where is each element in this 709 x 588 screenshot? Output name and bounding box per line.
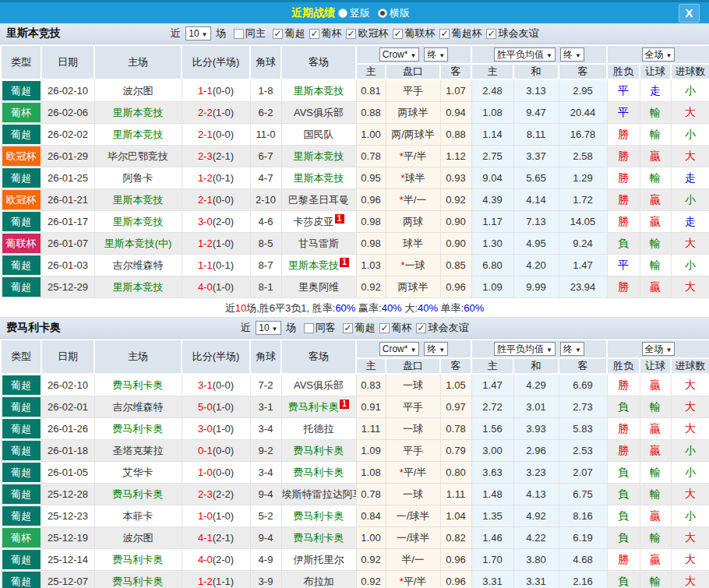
full-time-score: 2-1 — [198, 194, 213, 206]
full-time-score: 3-0 — [198, 216, 213, 227]
corner-cell: 6-2 — [250, 102, 281, 124]
league-filter-label: 欧冠杯 — [358, 26, 388, 40]
home-odds-cell: 0.92 — [356, 571, 386, 588]
scope-select[interactable]: 全场▼ — [642, 48, 675, 62]
league-filter-1-2[interactable]: 球会友谊 — [416, 321, 468, 335]
match-count-select[interactable]: 10▼ — [185, 26, 210, 40]
avg-draw-cell: 3.01 — [513, 396, 559, 418]
home-team: 费马利卡奥 — [113, 423, 164, 435]
avg-draw-cell: 3.23 — [513, 462, 559, 484]
score-cell: 1-2(1-0) — [182, 233, 250, 255]
full-time-score: 2-3 — [198, 150, 213, 162]
home-team: 里斯本竞技 — [113, 216, 164, 227]
home-team: 费马利卡奥 — [113, 576, 164, 587]
home-team-cell: 吉尔维森特 — [94, 255, 182, 276]
date-cell: 25-12-29 — [41, 276, 94, 298]
away-odds-cell: 1.04 — [440, 505, 471, 527]
date-cell: 26-02-10 — [41, 374, 94, 396]
score-cell: 1-0(0-0) — [182, 462, 250, 484]
date-cell: 26-01-21 — [41, 189, 94, 211]
chevron-down-icon: ▼ — [546, 347, 552, 354]
odds-source-select[interactable]: Crow*▼ — [379, 342, 420, 356]
same-venue-filter[interactable]: 同客 — [304, 321, 336, 335]
asian-result-cell: 贏 — [640, 146, 671, 167]
same-venue-filter[interactable]: 同主 — [234, 26, 266, 40]
date-cell: 26-01-07 — [41, 233, 94, 255]
score-cell: 3-0(1-0) — [182, 418, 250, 440]
odds-final-select[interactable]: 终▼ — [424, 342, 448, 356]
note-badge: 1 — [335, 214, 344, 224]
away-odds-cell: 0.90 — [440, 233, 471, 255]
corner-cell: 3-9 — [250, 571, 281, 588]
checkbox-checked-icon[interactable] — [343, 323, 353, 333]
goals-result-cell: 小 — [671, 462, 709, 484]
corner-cell: 4-9 — [250, 549, 281, 571]
checkbox-checked-icon[interactable] — [486, 29, 496, 39]
close-button[interactable]: X — [679, 4, 700, 23]
scope-select[interactable]: 全场▼ — [642, 342, 675, 356]
checkbox-checked-icon[interactable] — [416, 323, 426, 333]
odds-final-select[interactable]: 终▼ — [424, 48, 448, 62]
radio-unselected-icon[interactable] — [338, 9, 347, 18]
league-filter-0-2[interactable]: 欧冠杯 — [346, 26, 388, 40]
league-filter-0-1[interactable]: 葡杯 — [309, 26, 341, 40]
matches-body: 葡超 26-02-10 波尔图 1-1(0-0) 1-8 里斯本竞技 0.81 … — [1, 79, 709, 298]
avg-final-select[interactable]: 终▼ — [560, 342, 584, 356]
away-team-cell: 里斯本竞技1 — [281, 255, 356, 276]
avg-home-cell: 1.47 — [471, 374, 513, 396]
league-filter-1-1[interactable]: 葡杯 — [379, 321, 411, 335]
avg-type-select[interactable]: 胜平负均值▼ — [494, 48, 556, 62]
match-row: 葡超 26-02-02 里斯本竞技 2-1(0-0) 11-0 国民队 1.00… — [1, 124, 709, 146]
away-team: 费马利卡奥 — [294, 532, 344, 544]
score-cell: 1-1(0-0) — [182, 79, 250, 102]
corner-cell: 9-2 — [250, 440, 281, 462]
goals-result-cell: 大 — [671, 484, 709, 505]
away-team-cell: 费马利卡奥1 — [281, 396, 356, 418]
half-time-score: (0-0) — [213, 445, 234, 456]
layout-horizontal-option[interactable]: 横版 — [378, 6, 410, 20]
goals-result-cell: 小 — [671, 189, 709, 211]
score-cell: 2-1(0-0) — [182, 124, 250, 146]
away-team: 费马利卡奥 — [294, 510, 344, 522]
score-cell: 4-0(1-0) — [182, 276, 250, 298]
titlebar: 近期战绩 竖版 横版 X — [0, 0, 709, 23]
home-team-cell: 费马利卡奥 — [94, 484, 182, 505]
checkbox-checked-icon[interactable] — [439, 29, 450, 39]
corner-cell: 7-2 — [250, 374, 281, 396]
league-filter-0-5[interactable]: 球会友谊 — [486, 26, 538, 40]
avg-final-select[interactable]: 终▼ — [560, 48, 584, 62]
away-team-cell: 里斯本竞技 — [281, 79, 356, 102]
checkbox-unchecked-icon[interactable] — [234, 29, 244, 39]
league-filter-0-0[interactable]: 葡超 — [273, 26, 305, 40]
league-filter-1-0[interactable]: 葡超 — [343, 321, 375, 335]
league-type-cell: 葡超 — [1, 211, 41, 233]
league-filter-0-3[interactable]: 葡联杯 — [393, 26, 435, 40]
checkbox-checked-icon[interactable] — [273, 29, 283, 39]
home-team: 吉尔维森特 — [113, 401, 164, 413]
col-goals: 进球数 — [671, 358, 709, 374]
home-odds-cell: 0.92 — [356, 276, 386, 298]
half-time-score: (2-0) — [213, 216, 234, 227]
match-count-select[interactable]: 10▼ — [256, 321, 280, 335]
chevron-down-icon: ▼ — [575, 52, 581, 59]
radio-selected-icon[interactable] — [378, 9, 387, 18]
avg-type-select[interactable]: 胜平负均值▼ — [494, 342, 556, 356]
away-odds-cell: 0.96 — [440, 549, 471, 571]
checkbox-checked-icon[interactable] — [379, 323, 390, 333]
checkbox-unchecked-icon[interactable] — [304, 323, 314, 333]
corner-cell: 2-10 — [250, 189, 281, 211]
home-team-cell: 里斯本竞技 — [94, 189, 182, 211]
odds-source-select[interactable]: Crow*▼ — [379, 48, 420, 62]
wdl-result-cell: 勝 — [607, 276, 640, 298]
odds-group-header: Crow*▼终▼ — [356, 45, 471, 64]
checkbox-checked-icon[interactable] — [346, 29, 356, 39]
home-odds-cell: 0.81 — [356, 79, 386, 102]
avg-draw-cell: 2.96 — [513, 440, 559, 462]
checkbox-checked-icon[interactable] — [309, 29, 319, 39]
league-type-cell: 葡超 — [1, 255, 41, 276]
checkbox-checked-icon[interactable] — [393, 29, 403, 39]
avg-home-cell: 1.48 — [471, 484, 513, 505]
layout-vertical-option[interactable]: 竖版 — [338, 6, 370, 20]
away-odds-cell: 0.94 — [440, 102, 471, 124]
league-filter-0-4[interactable]: 葡超杯 — [439, 26, 481, 40]
